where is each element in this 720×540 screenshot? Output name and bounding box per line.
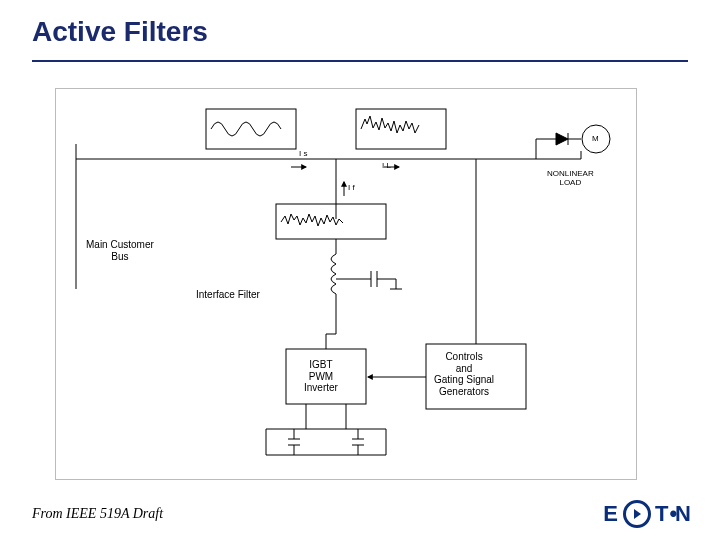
- label-interface-filter: Interface Filter: [196, 289, 260, 301]
- svg-rect-6: [356, 109, 446, 149]
- page-title: Active Filters: [32, 16, 208, 48]
- source-credit: From IEEE 519A Draft: [32, 506, 163, 522]
- label-main-bus: Main Customer Bus: [86, 239, 154, 262]
- title-rule: [32, 60, 688, 62]
- brand-text-left: E: [603, 501, 619, 527]
- label-m: M: [592, 134, 599, 143]
- diagram-frame: Main Customer Bus Interface Filter IGBT …: [55, 88, 637, 480]
- active-filter-diagram: [56, 89, 636, 479]
- brand-text-right: T•N: [655, 501, 692, 527]
- brand-logo: E T•N: [603, 500, 692, 528]
- svg-marker-40: [556, 133, 568, 145]
- label-nonlinear-load: NONLINEAR LOAD: [547, 169, 594, 187]
- label-is: I s: [299, 149, 307, 158]
- label-controls: Controls and Gating Signal Generators: [434, 351, 494, 397]
- svg-rect-5: [206, 109, 296, 149]
- label-il: I L: [382, 161, 391, 170]
- brand-play-icon: [623, 500, 651, 528]
- svg-rect-7: [276, 204, 386, 239]
- label-if: I f: [348, 183, 355, 192]
- label-igbt-inverter: IGBT PWM Inverter: [304, 359, 338, 394]
